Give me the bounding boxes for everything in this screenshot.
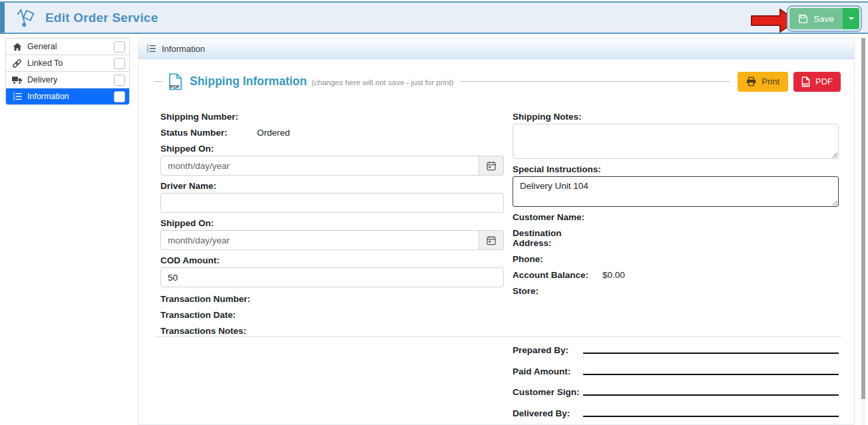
svg-text:PDF: PDF: [170, 84, 180, 90]
truck-icon: [11, 76, 23, 84]
form-right-column: Shipping Notes: Special Instructions: De…: [513, 107, 839, 302]
save-dropdown-toggle[interactable]: [843, 8, 859, 29]
scrollbar-thumb[interactable]: [861, 38, 865, 399]
destination-address-label: Destination Address:: [513, 228, 602, 248]
status-number-label: Status Number:: [160, 128, 257, 138]
signature-line: [583, 374, 839, 375]
driver-name-input[interactable]: [160, 193, 504, 213]
account-balance-label: Account Balance:: [513, 270, 602, 280]
hand-truck-icon: [16, 8, 36, 28]
shipped-on-2-label: Shipped On:: [160, 218, 504, 228]
shipped-on-input[interactable]: [160, 156, 479, 176]
sidebar-item-label: General: [27, 42, 57, 51]
printer-icon: [746, 76, 756, 86]
cod-amount-label: COD Amount:: [160, 255, 504, 265]
pdf-file-icon: PDF: [801, 76, 810, 87]
sidebar-item-linked-to-checkbox[interactable]: [114, 58, 125, 69]
section-header: PDF Shipping Information (changes here w…: [154, 71, 841, 92]
signature-row: Prepared By:: [513, 342, 839, 363]
calendar-icon: [487, 235, 496, 245]
panel-body: PDF Shipping Information (changes here w…: [138, 59, 854, 425]
shipping-notes-label: Shipping Notes:: [513, 112, 839, 122]
information-panel: 1 2 3 Information PDF Shipping Informat: [138, 38, 855, 425]
svg-text:3: 3: [13, 98, 15, 101]
delivered-by-label: Delivered By:: [513, 408, 570, 418]
vertical-scrollbar[interactable]: [861, 38, 865, 425]
transactions-notes-label: Transactions Notes:: [160, 326, 246, 336]
svg-text:3: 3: [146, 50, 148, 53]
save-button-label: Save: [813, 14, 834, 24]
form-left-column: Shipping Number: Status Number: Ordered …: [160, 107, 504, 342]
save-icon: [798, 14, 808, 24]
legend-line: [460, 81, 730, 82]
special-instructions-label: Special Instructions:: [513, 164, 839, 174]
sidebar-item-label: Information: [27, 92, 69, 101]
phone-label: Phone:: [513, 254, 602, 264]
save-button[interactable]: Save: [789, 8, 843, 29]
transaction-date-label: Transaction Date:: [160, 310, 236, 320]
transaction-number-label: Transaction Number:: [160, 294, 250, 304]
home-icon: [11, 43, 23, 51]
pdf-button[interactable]: PDF PDF: [793, 72, 841, 92]
calendar-button[interactable]: [479, 230, 504, 250]
sidebar-item-delivery[interactable]: Delivery: [6, 72, 129, 88]
print-button[interactable]: Print: [738, 72, 788, 92]
sidebar-item-linked-to[interactable]: Linked To: [6, 55, 129, 72]
signature-row: Delivered By:: [513, 405, 839, 425]
save-split-button: Save: [789, 8, 859, 29]
signature-line: [583, 353, 839, 354]
sidebar-item-general-checkbox[interactable]: [114, 41, 125, 53]
sidebar-item-delivery-checkbox[interactable]: [114, 74, 125, 86]
shipped-on-label: Shipped On:: [160, 144, 504, 154]
account-balance-value: $0.00: [602, 270, 625, 280]
sidebar: General Linked To: [5, 38, 130, 105]
panel-header-label: Information: [162, 44, 205, 54]
page-title: Edit Order Service: [45, 11, 158, 25]
sidebar-item-information[interactable]: 1 2 3 Information: [6, 88, 129, 104]
sidebar-item-label: Delivery: [27, 75, 57, 84]
paid-amount-label: Paid Amount:: [513, 366, 570, 376]
shipping-notes-textarea[interactable]: [513, 124, 839, 159]
signature-line: [583, 394, 839, 396]
list-ol-icon: 1 2 3: [11, 92, 23, 101]
store-label: Store:: [513, 286, 602, 296]
edit-order-service-page: Edit Order Service Save: [0, 0, 868, 425]
shipping-number-label: Shipping Number:: [160, 112, 257, 122]
calendar-icon: [487, 161, 496, 171]
svg-text:PDF: PDF: [802, 82, 808, 86]
pdf-file-icon: PDF: [168, 73, 182, 90]
caret-down-icon: [849, 17, 854, 20]
list-ol-icon: 1 2 3: [146, 44, 156, 53]
page-header: Edit Order Service Save: [0, 1, 868, 34]
signature-line: [583, 416, 839, 417]
signature-block: Prepared By: Paid Amount: Customer Sign:…: [513, 342, 839, 425]
status-number-value: Ordered: [257, 128, 290, 138]
shipped-on-2-input[interactable]: [160, 230, 479, 250]
section-divider: [154, 337, 841, 337]
calendar-button[interactable]: [479, 156, 504, 176]
print-button-label: Print: [761, 76, 779, 86]
link-icon: [11, 59, 23, 69]
panel-header: 1 2 3 Information: [138, 39, 854, 59]
section-title: Shipping Information: [190, 74, 307, 88]
pdf-button-label: PDF: [815, 76, 833, 86]
customer-name-label: Customer Name:: [513, 212, 602, 222]
cod-amount-input[interactable]: [160, 267, 504, 287]
customer-sign-label: Customer Sign:: [513, 387, 580, 397]
legend-line: [154, 81, 163, 82]
signature-row: Paid Amount:: [513, 363, 839, 384]
section-note: (changes here will not save - just for p…: [312, 78, 453, 86]
sidebar-item-information-checkbox[interactable]: [114, 91, 125, 102]
signature-row: Customer Sign:: [513, 384, 839, 405]
driver-name-label: Driver Name:: [160, 181, 504, 191]
header-accent-bar: [0, 3, 5, 33]
special-instructions-textarea[interactable]: Delivery Unit 104: [513, 176, 839, 207]
sidebar-item-label: Linked To: [27, 59, 63, 68]
sidebar-item-general[interactable]: General: [6, 39, 129, 55]
prepared-by-label: Prepared By:: [513, 345, 568, 355]
